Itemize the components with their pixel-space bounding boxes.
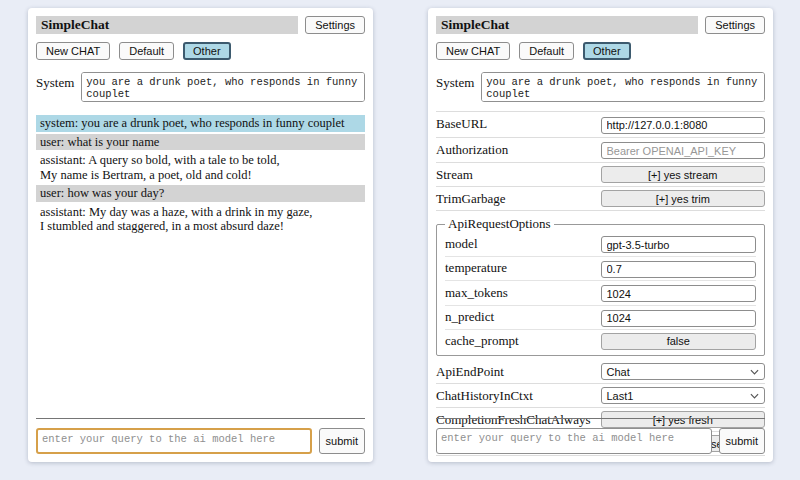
chevron-down-icon — [750, 393, 759, 399]
n-predict-input[interactable] — [601, 310, 757, 327]
query-input[interactable] — [36, 428, 312, 454]
query-footer: submit — [36, 418, 365, 454]
message-system: system: you are a drunk poet, who respon… — [36, 115, 365, 132]
settings-button[interactable]: Settings — [305, 16, 365, 34]
api-endpoint-label: ApiEndPoint — [436, 364, 601, 380]
session-buttons: New CHAT Default Other — [436, 42, 765, 60]
header: SimpleChat Settings — [36, 16, 365, 34]
system-prompt-row: System you are a drunk poet, who respond… — [436, 72, 765, 102]
chevron-down-icon — [750, 369, 759, 375]
setting-row-chat-history: ChatHistoryInCtxt Last1 — [436, 384, 765, 408]
setting-row-api-endpoint: ApiEndPoint Chat — [436, 360, 765, 384]
settings-panel: SimpleChat Settings New CHAT Default Oth… — [428, 8, 773, 462]
divider — [36, 418, 365, 419]
max-tokens-input[interactable] — [601, 285, 757, 302]
system-prompt-row: System you are a drunk poet, who respond… — [36, 72, 365, 102]
system-prompt-label: System — [436, 72, 474, 102]
app-title: SimpleChat — [436, 16, 698, 34]
message-assistant: assistant: My day was a haze, with a dri… — [36, 204, 365, 235]
cache-prompt-toggle-button[interactable]: false — [601, 333, 757, 350]
new-chat-button[interactable]: New CHAT — [36, 42, 110, 60]
setting-row-n-predict: n_predict — [445, 306, 756, 331]
base-url-label: BaseURL — [436, 116, 601, 132]
model-input[interactable] — [601, 236, 757, 253]
session-button-other[interactable]: Other — [183, 42, 231, 60]
api-request-options-legend: ApiRequestOptions — [445, 216, 554, 232]
n-predict-label: n_predict — [445, 309, 601, 325]
api-endpoint-select[interactable]: Chat — [601, 363, 766, 380]
api-request-options-fieldset: ApiRequestOptions model temperature max_… — [436, 216, 765, 356]
authorization-label: Authorization — [436, 142, 601, 158]
chat-message-list: system: you are a drunk poet, who respon… — [36, 115, 365, 235]
submit-button[interactable]: submit — [719, 428, 765, 454]
max-tokens-label: max_tokens — [445, 285, 601, 301]
model-label: model — [445, 236, 601, 252]
session-button-default[interactable]: Default — [119, 42, 174, 60]
chat-history-value: Last1 — [607, 390, 634, 402]
base-url-input[interactable] — [601, 117, 766, 134]
system-prompt-label: System — [36, 72, 74, 102]
message-assistant: assistant: A query so bold, with a tale … — [36, 152, 365, 183]
message-user: user: how was your day? — [36, 185, 365, 202]
temperature-label: temperature — [445, 260, 601, 276]
divider — [436, 418, 765, 419]
session-button-other[interactable]: Other — [583, 42, 631, 60]
setting-row-authorization: Authorization — [436, 138, 765, 164]
app-title: SimpleChat — [36, 16, 298, 34]
temperature-input[interactable] — [601, 261, 757, 278]
trim-garbage-toggle-button[interactable]: [+] yes trim — [601, 190, 766, 207]
trim-garbage-label: TrimGarbage — [436, 191, 601, 207]
setting-row-trimgarbage: TrimGarbage [+] yes trim — [436, 187, 765, 211]
authorization-input[interactable] — [601, 142, 766, 159]
setting-row-max-tokens: max_tokens — [445, 281, 756, 306]
session-button-default[interactable]: Default — [519, 42, 574, 60]
submit-button[interactable]: submit — [319, 428, 365, 454]
api-endpoint-value: Chat — [607, 366, 630, 378]
session-buttons: New CHAT Default Other — [36, 42, 365, 60]
query-footer: submit — [436, 418, 765, 454]
system-prompt-input[interactable]: you are a drunk poet, who responds in fu… — [81, 72, 365, 102]
message-user: user: what is your name — [36, 134, 365, 151]
cache-prompt-label: cache_prompt — [445, 333, 601, 349]
chat-history-select[interactable]: Last1 — [601, 387, 766, 404]
setting-row-baseurl: BaseURL — [436, 112, 765, 138]
settings-button[interactable]: Settings — [705, 16, 765, 34]
system-prompt-input[interactable]: you are a drunk poet, who responds in fu… — [481, 72, 765, 102]
stream-label: Stream — [436, 167, 601, 183]
query-input[interactable] — [436, 428, 712, 454]
setting-row-cache-prompt: cache_prompt false — [445, 330, 756, 352]
setting-row-model: model — [445, 232, 756, 257]
setting-row-stream: Stream [+] yes stream — [436, 163, 765, 187]
setting-row-temperature: temperature — [445, 257, 756, 282]
stream-toggle-button[interactable]: [+] yes stream — [601, 166, 766, 183]
new-chat-button[interactable]: New CHAT — [436, 42, 510, 60]
settings-list: BaseURL Authorization Stream [+] yes str… — [436, 111, 765, 456]
header: SimpleChat Settings — [436, 16, 765, 34]
chat-history-label: ChatHistoryInCtxt — [436, 388, 601, 404]
chat-panel: SimpleChat Settings New CHAT Default Oth… — [28, 8, 373, 462]
